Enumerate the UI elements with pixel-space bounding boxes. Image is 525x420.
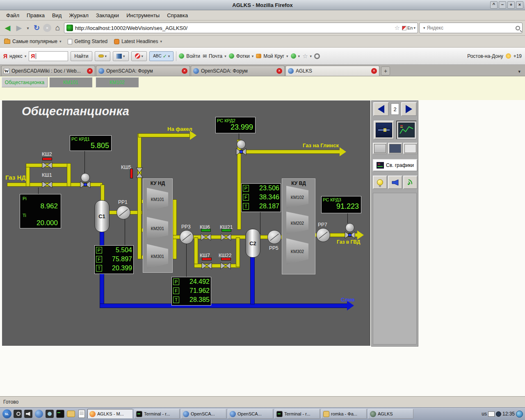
tab-close-icon[interactable]: × [276,68,282,74]
scada-tab-km102[interactable]: КМ102 [96,77,139,87]
login-button[interactable]: Войти [179,53,200,59]
keyboard-layout[interactable]: us [482,411,487,417]
taskbar-window-romka[interactable]: romka - Фа... [321,409,367,419]
menu-history[interactable]: Журнал [65,11,92,20]
tab-openscada-forum-2[interactable]: OpenSCADA: Форум × [191,66,285,76]
spellcheck-button[interactable]: ABC ✓ ▾ [149,51,173,61]
terminal-launcher[interactable] [55,409,65,419]
back-icon[interactable]: ◀ [2,23,13,33]
horn-button[interactable] [388,176,402,189]
start-menu-button[interactable]: SL [2,409,11,419]
menu-bookmarks[interactable]: Закладки [92,11,123,20]
scada-tab-obshestancionka[interactable]: Общестанционка [2,77,48,87]
new-tab-button[interactable]: + [381,66,390,75]
search-bar[interactable]: ▾ [419,23,523,33]
camera-launcher[interactable] [45,409,54,419]
valve-ksh6[interactable] [201,233,211,241]
bookmark-most-popular[interactable]: Самые популярные ▾ [4,39,61,44]
volume-launcher[interactable] [23,409,33,419]
menu-view[interactable]: Вид [48,11,66,20]
valve-ksh2[interactable] [42,162,52,169]
gallery-button[interactable]: ▾ [291,53,300,59]
clock[interactable]: 12:35 [502,411,515,417]
menu-tools[interactable]: Инструменты [123,11,163,20]
files-launcher[interactable] [66,409,75,419]
free-graphs-button[interactable]: Св. графики [373,159,418,171]
taskbar-window-openscada-1[interactable]: OpenSCA... [181,409,226,419]
close-button[interactable]: × [516,1,523,9]
history-dropdown-icon[interactable]: ▾ [25,23,30,33]
list-all-tabs-icon[interactable]: ▾ [515,69,524,74]
valve-ksh5[interactable] [136,167,143,178]
lamp-button[interactable] [373,176,387,189]
menu-help[interactable]: Справка [163,11,192,20]
control-valve-krd3[interactable] [345,223,354,232]
regulator-pp1[interactable] [116,205,130,219]
taskbar-window-aglks-firefox[interactable]: AGLKS - M... [87,409,133,419]
yandex-brand-menu[interactable]: Яндекс ▾ [3,53,26,59]
tab-close-icon[interactable]: × [182,68,187,74]
mail-button[interactable]: ✉ Почта ▾ [203,53,226,59]
control-valve-krd2[interactable] [237,140,246,149]
valve-ksh7[interactable] [201,262,212,269]
next-page-button[interactable] [401,102,417,116]
bookmark-star-icon[interactable]: ☆ [395,24,400,32]
home-icon[interactable]: ⌂ [52,23,63,33]
valve-ksh22[interactable] [220,262,231,269]
stats-menu-button[interactable]: ▾ [113,51,129,61]
panel-thumbnail-mimic-3[interactable] [403,143,418,154]
menu-file[interactable]: Файл [2,11,23,20]
minimize-button[interactable]: − [499,1,506,9]
tab-aglks[interactable]: AGLKS × [285,66,379,76]
tab-openscada-forum-1[interactable]: OpenSCADA: Форум × [96,66,190,76]
panel-thumbnail-graphs[interactable] [396,121,417,139]
valve-ksh21[interactable] [221,233,231,241]
weather-city[interactable]: Ростов-на-Дону [467,53,503,59]
tray-icon[interactable] [516,411,523,418]
taskbar-window-aglks[interactable]: AGLKS [368,409,413,419]
panel-thumbnail-mimic-2[interactable] [388,143,402,154]
taskbar-window-openscada-2[interactable]: OpenSCA... [228,409,273,419]
block-menu-button[interactable]: ▾ [131,51,147,61]
url-input[interactable] [75,25,393,31]
editor-launcher[interactable] [77,409,86,419]
regulator-pp7[interactable] [316,228,330,242]
scada-tab-km101[interactable]: КМ101 [49,77,92,87]
engine-dropdown-icon[interactable]: ▾ [423,26,425,30]
panel-thumbnail-document[interactable] [374,121,394,139]
bookmark-getting-started[interactable]: Getting Started [68,39,107,44]
lock-launcher[interactable] [13,409,22,419]
shade-button[interactable]: ^ [490,1,498,9]
photos-button[interactable]: Фотки ▾ [229,53,254,59]
tab-openscada-wiki[interactable]: W OpenSCADAWiki : Doc / Web... × [1,66,95,76]
panel-thumbnail-mimic-1[interactable] [373,143,387,154]
tab-close-icon[interactable]: × [87,68,93,74]
menu-edit[interactable]: Правка [23,11,48,20]
forward-icon[interactable]: ▶ [14,23,24,33]
translate-widget[interactable]: En ▾ [402,25,415,30]
valve-ksh1[interactable] [42,181,52,188]
stop-icon[interactable]: × [43,24,51,32]
maximize-button[interactable]: + [507,1,515,9]
key-menu-button[interactable]: ▾ [95,51,111,61]
bookmark-latest-headlines[interactable]: Latest Headlines ▾ [114,39,162,44]
show-desktop-icon[interactable] [488,411,495,417]
reload-icon[interactable]: ↻ [32,23,42,33]
prev-page-button[interactable] [373,102,389,116]
search-icon[interactable] [516,26,520,30]
favorites-button[interactable]: ☆▾ [302,52,312,60]
yandex-query-input[interactable]: Я [29,51,68,61]
regulator-pp5[interactable] [267,230,281,244]
taskbar-window-terminal-1[interactable]: Terminal - r... [134,409,180,419]
find-button[interactable]: Найти [71,51,92,61]
regulator-pp3[interactable] [180,230,194,244]
url-bar[interactable]: ☆ En ▾ [64,23,418,33]
search-input[interactable] [427,25,514,31]
browser-launcher[interactable] [34,409,43,419]
taskbar-window-terminal-2[interactable]: Terminal - r... [274,409,320,419]
moi-krug-button[interactable]: Мой Круг ▾ [256,53,288,59]
language-dropdown-icon[interactable]: ▾ [413,26,415,30]
signal-button[interactable] [403,176,418,189]
tab-close-icon[interactable]: × [371,68,377,74]
gear-icon[interactable] [314,53,320,59]
